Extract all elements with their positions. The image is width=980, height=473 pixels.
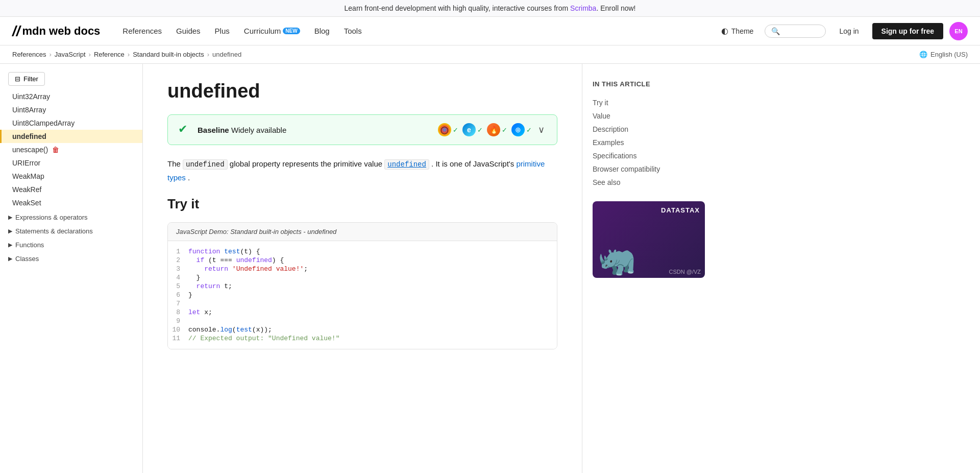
filter-icon: ⊟ xyxy=(15,75,20,83)
code-line-5: 5 return t; xyxy=(168,282,557,291)
intro-code1: undefined xyxy=(183,159,228,170)
chrome-group: ◯ ✓ xyxy=(438,123,458,136)
ad-banner[interactable]: DATASTAX 🦏 CSDN @/VZ xyxy=(593,201,705,278)
search-box[interactable]: 🔍 xyxy=(765,25,826,38)
banner-text: Learn front-end development with high qu… xyxy=(345,4,571,12)
toc-see-also[interactable]: See also xyxy=(593,176,704,189)
nav-tools[interactable]: Tools xyxy=(338,23,368,38)
nav-plus[interactable]: Plus xyxy=(209,23,236,38)
toc-try-it[interactable]: Try it xyxy=(593,96,704,109)
banner-suffix: . Enroll now! xyxy=(596,4,635,12)
sidebar-item-weakref[interactable]: WeakRef xyxy=(0,183,142,196)
login-button[interactable]: Log in xyxy=(832,24,866,38)
breadcrumb: References › JavaScript › Reference › St… xyxy=(0,45,980,64)
code-line-3: 3 return 'Undefined value!'; xyxy=(168,265,557,273)
intro-text-middle: global property represents the primitive… xyxy=(230,159,385,168)
breadcrumb-reference[interactable]: Reference xyxy=(94,51,125,58)
baseline-expand-button[interactable]: ∨ xyxy=(536,122,547,137)
theme-icon: ◐ xyxy=(721,26,728,36)
toc-browser-compat[interactable]: Browser compatibility xyxy=(593,162,704,176)
content-area: undefined ✔ Baseline Widely available ◯ … xyxy=(143,64,582,473)
sidebar-item-undefined[interactable]: undefined xyxy=(0,130,142,143)
code-demo-header: JavaScript Demo: Standard built-in objec… xyxy=(168,223,557,241)
toc-description[interactable]: Description xyxy=(593,123,704,136)
expand-icon-3: ▶ xyxy=(8,242,12,248)
section-label: Expressions & operators xyxy=(15,214,88,221)
edge-check: ✓ xyxy=(477,126,483,134)
ad-logo: DATASTAX xyxy=(661,206,700,214)
theme-button[interactable]: ◐ Theme xyxy=(716,23,759,39)
sidebar-item-unescape[interactable]: unescape() 🗑 xyxy=(0,143,142,156)
safari-check: ✓ xyxy=(526,126,532,134)
toc-specifications[interactable]: Specifications xyxy=(593,149,704,162)
browser-icons: ◯ ✓ e ✓ 🔥 ✓ ⊕ ✓ ∨ xyxy=(438,122,547,137)
breadcrumb-sep-3: › xyxy=(128,51,130,58)
globe-icon: 🌐 xyxy=(919,51,927,58)
nav-references[interactable]: References xyxy=(116,23,168,38)
breadcrumb-standard-built-in[interactable]: Standard built-in objects xyxy=(133,51,204,58)
sidebar-section-expressions[interactable]: ▶ Expressions & operators xyxy=(0,209,142,223)
signup-button[interactable]: Sign up for free xyxy=(872,23,943,39)
sidebar-item-urierror[interactable]: URIError xyxy=(0,156,142,170)
ad-rhino-image: 🦏 xyxy=(598,242,636,278)
section-label-4: Classes xyxy=(15,255,39,263)
nav-curriculum[interactable]: Curriculum NEW xyxy=(238,23,306,38)
toc-value[interactable]: Value xyxy=(593,109,704,123)
intro-text-end: . xyxy=(188,173,190,182)
logo-icon: // xyxy=(12,23,20,39)
sidebar-section-statements[interactable]: ▶ Statements & declarations xyxy=(0,223,142,237)
banner-link[interactable]: Scrimba xyxy=(570,4,596,12)
safari-icon: ⊕ xyxy=(511,123,525,136)
sidebar-section-functions[interactable]: ▶ Functions xyxy=(0,237,142,251)
breadcrumb-current: undefined xyxy=(212,51,241,58)
nav-blog[interactable]: Blog xyxy=(308,23,336,38)
language-toggle[interactable]: 🌐 English (US) xyxy=(919,51,968,58)
sidebar-section-classes[interactable]: ▶ Classes xyxy=(0,251,142,265)
intro-text-after: . It is one of JavaScript's xyxy=(431,159,516,168)
baseline-left: ✔ Baseline Widely available xyxy=(178,123,286,137)
baseline-box: ✔ Baseline Widely available ◯ ✓ e ✓ 🔥 xyxy=(167,114,557,145)
code-line-1: 1 function test(t) { xyxy=(168,247,557,256)
sidebar-item-uint32array[interactable]: Uint32Array xyxy=(0,90,142,103)
logo[interactable]: // mdn web docs xyxy=(12,23,100,39)
code-line-2: 2 if (t === undefined) { xyxy=(168,256,557,265)
toc-title: In this article xyxy=(593,80,704,88)
nav-guides[interactable]: Guides xyxy=(170,23,207,38)
filter-button[interactable]: ⊟ Filter xyxy=(8,72,45,86)
section-label-2: Statements & declarations xyxy=(15,227,93,235)
sidebar-item-weakmap[interactable]: WeakMap xyxy=(0,170,142,183)
intro-code2[interactable]: undefined xyxy=(384,159,429,170)
theme-label: Theme xyxy=(731,27,754,35)
intro-text-before: The xyxy=(167,159,183,168)
firefox-icon: 🔥 xyxy=(487,123,500,136)
ad-watermark: CSDN @/VZ xyxy=(669,269,701,275)
lang-label: English (US) xyxy=(930,51,968,58)
code-line-11: 11 // Expected output: "Undefined value!… xyxy=(168,334,557,343)
header: // mdn web docs References Guides Plus C… xyxy=(0,17,980,45)
sidebar-item-uint8clampedarray[interactable]: Uint8ClampedArray xyxy=(0,116,142,130)
breadcrumb-javascript[interactable]: JavaScript xyxy=(55,51,86,58)
firefox-group: 🔥 ✓ xyxy=(487,123,507,136)
header-right: ◐ Theme 🔍 Log in Sign up for free EN xyxy=(716,22,968,40)
breadcrumb-sep-4: › xyxy=(207,51,209,58)
filter-row: ⊟ Filter xyxy=(0,70,142,90)
breadcrumb-sep-2: › xyxy=(89,51,91,58)
sidebar-item-weakset[interactable]: WeakSet xyxy=(0,196,142,209)
chrome-check: ✓ xyxy=(453,126,458,134)
code-line-10: 10 console.log(test(x)); xyxy=(168,325,557,334)
code-line-7: 7 xyxy=(168,299,557,308)
code-demo: JavaScript Demo: Standard built-in objec… xyxy=(167,222,557,349)
sidebar: ⊟ Filter Uint32Array Uint8Array Uint8Cla… xyxy=(0,64,143,473)
toc-examples[interactable]: Examples xyxy=(593,136,704,149)
sidebar-item-uint8array[interactable]: Uint8Array xyxy=(0,103,142,116)
code-line-8: 8 let x; xyxy=(168,308,557,317)
firefox-check: ✓ xyxy=(502,126,507,134)
chrome-icon: ◯ xyxy=(438,123,451,136)
main-nav: References Guides Plus Curriculum NEW Bl… xyxy=(116,23,699,38)
breadcrumb-references[interactable]: References xyxy=(12,51,46,58)
expand-icon-4: ▶ xyxy=(8,255,12,262)
language-selector[interactable]: EN xyxy=(949,22,968,40)
code-block: 1 function test(t) { 2 if (t === undefin… xyxy=(168,241,557,349)
safari-group: ⊕ ✓ xyxy=(511,123,532,136)
expand-icon: ▶ xyxy=(8,214,12,221)
